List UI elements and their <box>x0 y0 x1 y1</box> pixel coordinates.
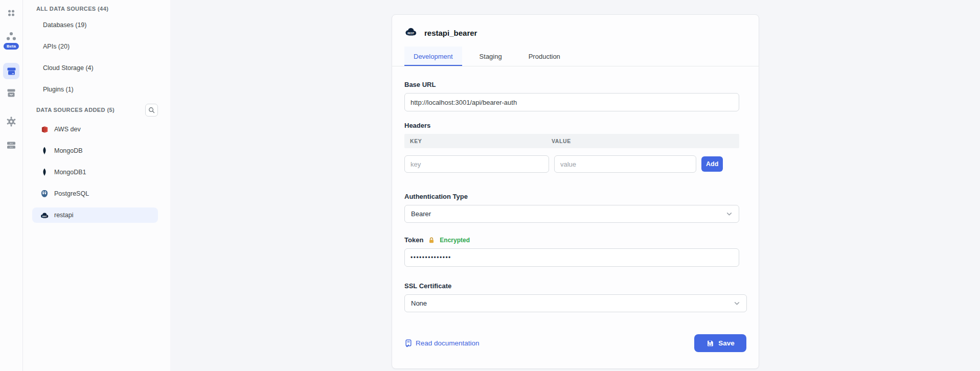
header-value-input[interactable] <box>554 155 696 173</box>
data-sources-added-header: DATA SOURCES ADDED (5) <box>36 104 115 115</box>
sidebar-datasource-mongodb[interactable]: MongoDB <box>32 143 158 158</box>
main-area: REST restapi_bearer Development Staging … <box>170 0 980 371</box>
svg-text:REST: REST <box>407 32 414 35</box>
headers-label: Headers <box>404 122 746 129</box>
save-button[interactable]: Save <box>694 334 746 352</box>
add-header-button[interactable]: Add <box>701 156 723 172</box>
sidebar-datasource-postgresql[interactable]: PostgreSQL <box>32 186 158 201</box>
page-title: restapi_bearer <box>424 29 477 37</box>
data-sources-sidebar: ALL DATA SOURCES (44) Databases (19) API… <box>23 0 170 371</box>
auth-type-label: Authentication Type <box>404 193 746 200</box>
chevron-down-icon <box>726 211 733 217</box>
database-icon[interactable] <box>5 139 17 151</box>
rest-api-icon: REST <box>40 211 49 219</box>
sidebar-datasource-mongodb1[interactable]: MongoDB1 <box>32 165 158 180</box>
save-icon <box>706 339 714 347</box>
base-url-label: Base URL <box>404 81 746 88</box>
ssl-certificate-value: None <box>411 299 427 307</box>
auth-type-value: Bearer <box>411 210 431 218</box>
sidebar-item-cloud-storage[interactable]: Cloud Storage (4) <box>23 57 170 79</box>
ssl-certificate-label: SSL Certificate <box>404 282 746 290</box>
all-data-sources-header: ALL DATA SOURCES (44) <box>23 3 170 14</box>
sidebar-item-apis[interactable]: APIs (20) <box>23 36 170 57</box>
data-sources-icon[interactable] <box>3 63 19 79</box>
postgresql-icon <box>40 190 49 198</box>
documentation-icon <box>404 339 412 347</box>
tab-staging[interactable]: Staging <box>470 47 511 66</box>
sidebar-item-plugins[interactable]: Plugins (1) <box>23 79 170 100</box>
left-icon-rail: Beta <box>0 0 23 371</box>
datasource-config-card: REST restapi_bearer Development Staging … <box>392 14 759 369</box>
value-column-header: VALUE <box>552 138 571 144</box>
mongodb-icon <box>40 168 49 176</box>
svg-text:REST: REST <box>42 215 47 217</box>
auth-type-select[interactable]: Bearer <box>404 205 739 223</box>
apps-grid-icon[interactable] <box>7 9 16 17</box>
sidebar-datasource-aws-dev[interactable]: AWS dev <box>32 122 158 137</box>
marketplace-icon[interactable] <box>5 87 17 99</box>
token-label: Token <box>404 236 423 244</box>
key-column-header: KEY <box>404 138 552 144</box>
workflows-icon[interactable] <box>6 32 17 41</box>
datasource-label: MongoDB1 <box>54 169 86 176</box>
sidebar-datasource-restapi[interactable]: REST restapi <box>32 207 158 223</box>
tab-production[interactable]: Production <box>519 47 569 66</box>
lock-icon <box>428 237 435 244</box>
tab-development[interactable]: Development <box>404 47 462 66</box>
mongodb-icon <box>40 147 49 155</box>
encrypted-badge: Encrypted <box>440 237 470 244</box>
ssl-certificate-select[interactable]: None <box>404 294 747 312</box>
search-button[interactable] <box>145 104 158 117</box>
datasource-label: MongoDB <box>54 147 83 154</box>
headers-table-header: KEY VALUE <box>404 134 739 148</box>
search-icon <box>148 107 155 113</box>
datasource-label: restapi <box>54 212 74 219</box>
environment-tabbar: Development Staging Production <box>392 47 759 66</box>
datasource-label: PostgreSQL <box>54 190 89 197</box>
read-documentation-label: Read documentation <box>416 339 480 347</box>
token-input[interactable] <box>404 248 739 267</box>
header-key-input[interactable] <box>404 155 549 173</box>
settings-gear-icon[interactable] <box>5 115 17 128</box>
read-documentation-link[interactable]: Read documentation <box>404 339 480 347</box>
aws-icon <box>40 125 49 133</box>
chevron-down-icon <box>734 300 740 307</box>
datasource-label: AWS dev <box>54 126 81 133</box>
base-url-input[interactable] <box>404 93 739 111</box>
sidebar-item-databases[interactable]: Databases (19) <box>23 14 170 36</box>
rest-api-icon: REST <box>404 27 417 38</box>
beta-badge: Beta <box>4 43 19 50</box>
save-button-label: Save <box>718 339 735 347</box>
